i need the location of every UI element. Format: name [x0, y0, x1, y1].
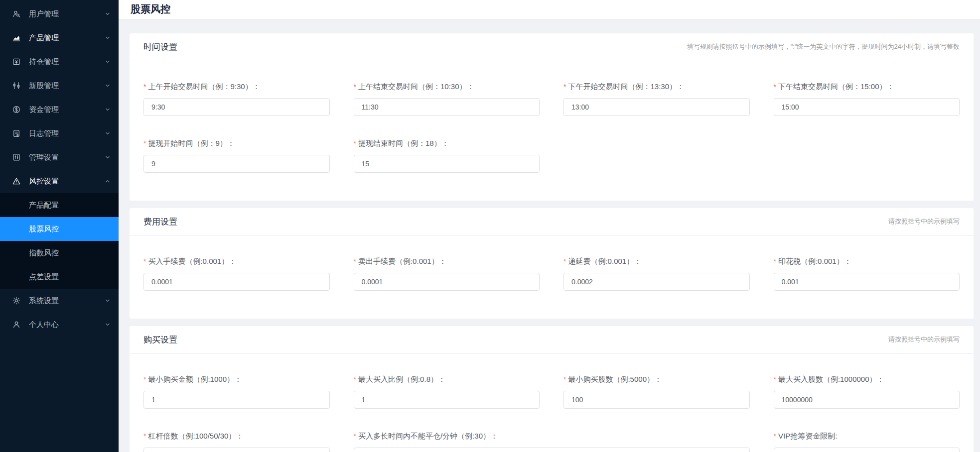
- stamp-tax-input[interactable]: [774, 273, 960, 291]
- section-note: 填写规则请按照括号中的示例填写，":"统一为英文中的字符，提现时间为24小时制，…: [687, 42, 960, 51]
- required-asterisk: *: [563, 257, 566, 265]
- field-morning-open-time: *上午开始交易时间（例：9:30）：: [143, 82, 330, 116]
- field-withdraw-end-time: *提现结束时间（例：18）：: [354, 139, 540, 173]
- field-withdraw-start-time: *提现开始时间（例：9）：: [143, 139, 330, 173]
- sidebar-item-label: 新股管理: [29, 81, 59, 91]
- sidebar-item-label: 持仓管理: [29, 57, 59, 67]
- sidebar-item-product-management[interactable]: 产品管理: [0, 26, 119, 50]
- section-body: *最小购买金额（例:1000）： *最大买入比例（例:0.8）： *最小购买股数…: [130, 354, 974, 452]
- sidebar-item-ipo-management[interactable]: 新股管理: [0, 74, 119, 98]
- field-buy-fee: *买入手续费（例:0.001）：: [143, 257, 330, 291]
- field-label: *下午结束交易时间（例：15:00）：: [774, 82, 960, 92]
- section-header: 费用设置 请按照括号中的示例填写: [130, 208, 974, 236]
- sidebar-item-spread-settings[interactable]: 点差设置: [0, 265, 119, 289]
- morning-close-time-input[interactable]: [354, 98, 540, 116]
- sidebar-item-risk-settings[interactable]: 风控设置: [0, 169, 119, 193]
- page-header: 股票风控: [119, 0, 980, 19]
- field-label: *下午开始交易时间（例：13:30）：: [563, 82, 750, 92]
- buy-fee-input[interactable]: [143, 273, 330, 291]
- required-asterisk: *: [354, 375, 356, 383]
- sidebar-item-index-risk[interactable]: 指数风控: [0, 241, 119, 265]
- sidebar-item-log-management[interactable]: 日志管理: [0, 121, 119, 145]
- sidebar-item-label: 风控设置: [29, 177, 59, 186]
- field-min-buy-shares: *最小购买股数（例:5000）：: [563, 375, 750, 409]
- sidebar-item-label: 用户管理: [29, 9, 59, 19]
- no-close-minutes-input[interactable]: [354, 448, 750, 452]
- main-area: 股票风控 时间设置 填写规则请按照括号中的示例填写，":"统一为英文中的字符，提…: [119, 0, 980, 452]
- sidebar-item-label: 产品管理: [29, 33, 59, 43]
- ipo-sliders-icon: [12, 81, 21, 90]
- required-asterisk: *: [143, 139, 146, 147]
- field-label: *买入手续费（例:0.001）：: [143, 257, 330, 266]
- field-vip-fund-limit: *VIP抢筹资金限制:: [774, 432, 960, 452]
- field-no-close-minutes: *买入多长时间内不能平仓/分钟（例:30）：: [354, 432, 750, 452]
- sidebar-item-user-management[interactable]: 用户管理: [0, 2, 119, 26]
- field-label: *买入多长时间内不能平仓/分钟（例:30）：: [354, 432, 750, 441]
- sidebar-item-label: 个人中心: [29, 320, 59, 330]
- manage-sliders-icon: [12, 153, 21, 162]
- field-label: *上午开始交易时间（例：9:30）：: [143, 82, 330, 92]
- min-buy-amount-input[interactable]: [143, 391, 330, 409]
- required-asterisk: *: [354, 83, 356, 91]
- person-icon: [12, 320, 21, 329]
- required-asterisk: *: [774, 257, 776, 265]
- log-document-icon: [12, 129, 21, 138]
- section-title: 时间设置: [143, 41, 177, 53]
- sidebar-item-label: 系统设置: [29, 296, 59, 306]
- sidebar-submenu-risk: 产品配置 股票风控 指数风控 点差设置: [0, 193, 119, 289]
- sidebar-item-label: 日志管理: [29, 129, 59, 138]
- section-body: *上午开始交易时间（例：9:30）： *上午结束交易时间（例：10:30）： *…: [130, 61, 974, 201]
- chevron-down-icon: [105, 59, 111, 65]
- section-title: 费用设置: [143, 216, 177, 227]
- position-icon: [12, 57, 21, 66]
- field-afternoon-open-time: *下午开始交易时间（例：13:30）：: [563, 82, 750, 116]
- min-buy-shares-input[interactable]: [563, 391, 750, 409]
- sidebar-item-label: 管理设置: [29, 153, 59, 162]
- sidebar-item-management-settings[interactable]: 管理设置: [0, 145, 119, 169]
- field-label: *最小购买金额（例:1000）：: [143, 375, 330, 384]
- max-buy-ratio-input[interactable]: [354, 391, 540, 409]
- user-search-icon: [12, 9, 21, 18]
- dollar-circle-icon: [12, 105, 21, 114]
- chevron-down-icon: [105, 322, 111, 328]
- chevron-down-icon: [105, 35, 111, 41]
- field-label: *杠杆倍数（例:100/50/30）：: [143, 432, 330, 441]
- required-asterisk: *: [354, 139, 356, 147]
- sell-fee-input[interactable]: [354, 273, 540, 291]
- withdraw-end-time-input[interactable]: [354, 155, 540, 173]
- chevron-down-icon: [105, 83, 111, 89]
- field-deferred-fee: *递延费（例:0.001）：: [563, 257, 750, 291]
- withdraw-start-time-input[interactable]: [143, 155, 330, 173]
- sidebar-item-product-config[interactable]: 产品配置: [0, 193, 119, 217]
- leverage-multiple-input[interactable]: [143, 448, 330, 452]
- vip-fund-limit-input[interactable]: [774, 448, 960, 452]
- deferred-fee-input[interactable]: [563, 273, 750, 291]
- morning-open-time-input[interactable]: [143, 98, 330, 116]
- chevron-down-icon: [105, 130, 111, 136]
- sidebar-item-system-settings[interactable]: 系统设置: [0, 289, 119, 313]
- field-sell-fee: *卖出手续费（例:0.001）：: [354, 257, 540, 291]
- sidebar-item-personal-center[interactable]: 个人中心: [0, 313, 119, 337]
- section-note: 请按照括号中的示例填写: [888, 217, 960, 226]
- field-max-buy-shares: *最大买入股数（例:1000000）：: [774, 375, 960, 409]
- required-asterisk: *: [143, 83, 146, 91]
- chevron-down-icon: [105, 154, 111, 160]
- required-asterisk: *: [354, 257, 356, 265]
- chevron-down-icon: [105, 11, 111, 17]
- field-label: *最大买入比例（例:0.8）：: [354, 375, 540, 384]
- section-time-settings: 时间设置 填写规则请按照括号中的示例填写，":"统一为英文中的字符，提现时间为2…: [130, 33, 974, 201]
- afternoon-close-time-input[interactable]: [774, 98, 960, 116]
- field-max-buy-ratio: *最大买入比例（例:0.8）：: [354, 375, 540, 409]
- required-asterisk: *: [143, 432, 146, 440]
- sidebar-item-position-management[interactable]: 持仓管理: [0, 50, 119, 74]
- field-min-buy-amount: *最小购买金额（例:1000）：: [143, 375, 330, 409]
- section-header: 时间设置 填写规则请按照括号中的示例填写，":"统一为英文中的字符，提现时间为2…: [130, 33, 974, 61]
- field-label: *上午结束交易时间（例：10:30）：: [354, 82, 540, 92]
- sidebar-item-fund-management[interactable]: 资金管理: [0, 98, 119, 121]
- field-label: *VIP抢筹资金限制:: [774, 432, 960, 441]
- required-asterisk: *: [774, 83, 776, 91]
- max-buy-shares-input[interactable]: [774, 391, 960, 409]
- afternoon-open-time-input[interactable]: [563, 98, 750, 116]
- sidebar-item-stock-risk[interactable]: 股票风控: [0, 217, 119, 241]
- field-label: *递延费（例:0.001）：: [563, 257, 750, 266]
